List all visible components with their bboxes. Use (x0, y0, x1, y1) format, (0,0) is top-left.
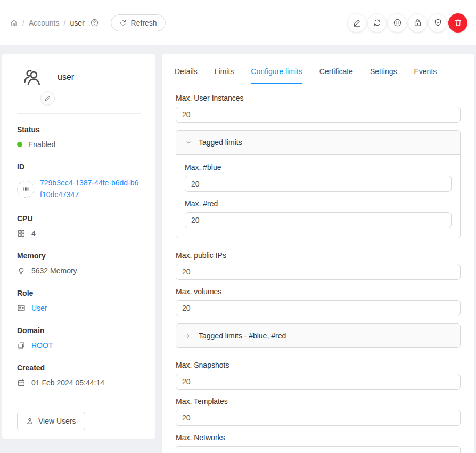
field-label: Domain (17, 326, 141, 335)
field-label: Memory (17, 252, 141, 260)
help-icon[interactable] (90, 18, 99, 27)
field-domain: Domain ROOT (17, 326, 141, 350)
tab-bar: Details Limits Configure limits Certific… (175, 67, 462, 84)
field-id: ID 729b3ec4-1387-44fe-b6dd-b6f10dc47347 (17, 163, 141, 200)
form-label: Max. volumes (176, 287, 461, 296)
status-dot (17, 142, 22, 147)
form-item-max-public-ips: Max. public IPs (176, 251, 461, 280)
divider (17, 401, 141, 401)
tab-events[interactable]: Events (414, 67, 437, 84)
field-label: Status (17, 125, 141, 134)
certificate-button[interactable] (428, 13, 447, 33)
refresh-button[interactable]: Refresh (111, 14, 166, 31)
divider (17, 113, 141, 114)
max-snapshots-input[interactable] (176, 374, 461, 390)
user-icon (26, 417, 34, 425)
form-item-max-networks: Max. Networks (176, 433, 461, 453)
account-actions-toolbar (347, 13, 467, 33)
form-item-max-red: Max. #red (185, 199, 452, 228)
form-item-max-templates: Max. Templates (176, 397, 461, 426)
breadcrumb-separator: / (22, 19, 24, 27)
view-users-label: View Users (38, 417, 76, 425)
tab-settings[interactable]: Settings (370, 67, 397, 84)
chevron-down-icon (185, 139, 192, 146)
form-item-max-user-instances: Max. User Instances (176, 94, 461, 123)
field-cpu: CPU 4 (17, 214, 141, 238)
tagged-limits-blue-red-panel: Tagged limits - #blue, #red (176, 323, 461, 348)
max-blue-input[interactable] (185, 176, 452, 192)
form-label: Max. Snapshots (176, 361, 461, 369)
form-label: Max. Networks (176, 433, 461, 442)
tagged-limits-panel: Tagged limits Max. #blue Max. #red (176, 130, 461, 238)
breadcrumb-accounts[interactable]: Accounts (29, 19, 60, 27)
safety-certificate-icon (433, 18, 442, 27)
breadcrumb-separator: / (63, 19, 65, 27)
barcode-icon (17, 181, 34, 198)
tab-certificate[interactable]: Certificate (319, 67, 353, 84)
lock-icon (413, 18, 422, 27)
tagged-limits-panel-body: Max. #blue Max. #red (176, 154, 460, 238)
configure-limits-form: Max. User Instances Tagged limits Max. #… (175, 94, 462, 453)
edit-icon (352, 18, 362, 27)
max-networks-input[interactable] (176, 446, 461, 453)
refresh-label: Refresh (131, 19, 157, 27)
idcard-icon (17, 304, 26, 312)
field-role: Role User (17, 289, 141, 312)
form-label: Max. #red (185, 199, 452, 208)
bulb-icon (17, 266, 26, 275)
home-icon[interactable] (10, 19, 18, 27)
chevron-right-icon (185, 333, 192, 339)
update-resource-count-button[interactable] (367, 13, 387, 33)
tagged-limits-panel-header[interactable]: Tagged limits (176, 131, 460, 154)
status-value: Enabled (28, 140, 55, 149)
created-value: 01 Feb 2024 05:44:14 (31, 378, 104, 387)
edit-avatar-button[interactable] (40, 91, 55, 106)
role-link[interactable]: User (31, 304, 47, 312)
field-label: Created (17, 363, 141, 372)
form-label: Max. public IPs (176, 251, 461, 260)
tagged-limits-blue-red-panel-header[interactable]: Tagged limits - #blue, #red (176, 324, 460, 347)
sync-icon (373, 18, 382, 27)
field-status: Status Enabled (17, 125, 141, 149)
max-public-ips-input[interactable] (176, 264, 461, 280)
view-users-button[interactable]: View Users (17, 412, 85, 430)
form-item-max-snapshots: Max. Snapshots (176, 361, 461, 390)
memory-value: 5632 Memory (31, 266, 77, 275)
account-detail-card: Details Limits Configure limits Certific… (162, 54, 474, 453)
max-templates-input[interactable] (176, 410, 461, 426)
delete-icon (454, 18, 463, 27)
max-red-input[interactable] (185, 212, 452, 228)
delete-account-button[interactable] (448, 13, 467, 33)
max-volumes-input[interactable] (176, 300, 461, 316)
panel-title: Tagged limits - #blue, #red (199, 331, 286, 340)
form-label: Max. User Instances (176, 94, 461, 102)
account-info-card: user Status Enabled ID 729b3ec4-1387-44f… (2, 54, 155, 439)
pencil-icon (44, 95, 51, 102)
panel-title: Tagged limits (199, 138, 242, 147)
tab-details[interactable]: Details (175, 67, 198, 84)
domain-link[interactable]: ROOT (31, 341, 53, 350)
field-memory: Memory 5632 Memory (17, 252, 141, 275)
max-user-instances-input[interactable] (176, 107, 461, 123)
account-id-link[interactable]: 729b3ec4-1387-44fe-b6dd-b6f10dc47347 (40, 177, 141, 200)
field-label: CPU (17, 214, 141, 223)
appstore-icon (17, 229, 26, 238)
lock-account-button[interactable] (408, 13, 427, 33)
breadcrumb-current: user (70, 19, 84, 27)
form-item-max-blue: Max. #blue (185, 163, 452, 192)
top-header: / Accounts / user Refresh (0, 0, 476, 45)
form-item-max-volumes: Max. volumes (176, 287, 461, 316)
edit-account-button[interactable] (347, 13, 366, 33)
form-label: Max. #blue (185, 163, 452, 172)
calendar-icon (17, 378, 26, 387)
tab-limits[interactable]: Limits (215, 67, 234, 84)
account-profile: user (17, 67, 141, 106)
account-name: user (58, 72, 74, 82)
field-label: ID (17, 163, 141, 171)
tab-configure-limits[interactable]: Configure limits (251, 67, 302, 84)
team-avatar-icon (22, 67, 43, 87)
block-icon (17, 341, 26, 350)
pause-circle-icon (393, 18, 402, 27)
form-label: Max. Templates (176, 397, 461, 406)
disable-account-button[interactable] (388, 13, 407, 33)
